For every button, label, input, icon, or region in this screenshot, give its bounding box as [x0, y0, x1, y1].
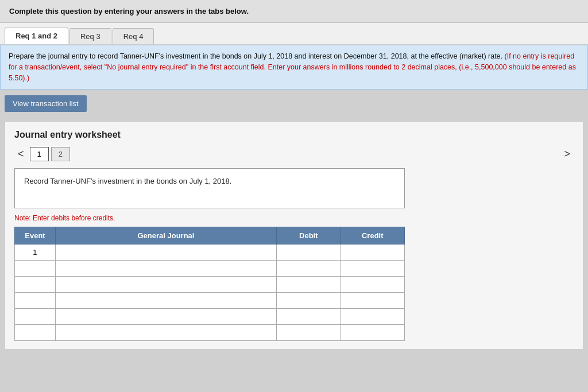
- worksheet-title: Journal entry worksheet: [14, 130, 574, 140]
- table-row: [15, 277, 405, 293]
- journal-input-1[interactable]: [56, 244, 276, 260]
- credit-cell-5[interactable]: [341, 309, 405, 325]
- debit-input-1[interactable]: [277, 244, 340, 260]
- table-row: 1: [15, 244, 405, 261]
- nav-row: < 1 2 >: [14, 147, 574, 161]
- prev-page-button[interactable]: <: [14, 147, 28, 161]
- worksheet-container: Journal entry worksheet < 1 2 > Record T…: [5, 121, 583, 350]
- event-cell-6: [15, 325, 56, 341]
- journal-cell-2[interactable]: [55, 261, 276, 277]
- debit-cell-3[interactable]: [277, 277, 341, 293]
- col-header-journal: General Journal: [55, 227, 276, 244]
- credit-cell-3[interactable]: [341, 277, 405, 293]
- journal-input-5[interactable]: [56, 309, 276, 324]
- credit-cell-1[interactable]: [341, 244, 405, 261]
- table-row: [15, 293, 405, 309]
- instruction-text: Complete this question by entering your …: [9, 7, 579, 15]
- credit-input-3[interactable]: [341, 277, 405, 292]
- event-cell-2: [15, 261, 56, 277]
- journal-input-4[interactable]: [56, 293, 276, 308]
- debit-input-6[interactable]: [277, 325, 340, 340]
- debit-cell-1[interactable]: [277, 244, 341, 261]
- event-cell-4: [15, 293, 56, 309]
- journal-cell-3[interactable]: [55, 277, 276, 293]
- debit-cell-4[interactable]: [277, 293, 341, 309]
- col-header-credit: Credit: [341, 227, 405, 244]
- info-box: Prepare the journal entry to record Tann…: [0, 45, 588, 90]
- credit-cell-4[interactable]: [341, 293, 405, 309]
- credit-input-1[interactable]: [341, 244, 405, 260]
- event-cell-1: 1: [15, 244, 56, 261]
- col-header-event: Event: [15, 227, 56, 244]
- debit-input-4[interactable]: [277, 293, 340, 308]
- table-row: [15, 261, 405, 277]
- table-row: [15, 325, 405, 341]
- record-description-text: Record Tanner-UNF's investment in the bo…: [24, 177, 231, 185]
- page-1-button[interactable]: 1: [30, 147, 49, 161]
- debit-cell-2[interactable]: [277, 261, 341, 277]
- event-cell-5: [15, 309, 56, 325]
- journal-cell-1[interactable]: [55, 244, 276, 261]
- debit-cell-6[interactable]: [277, 325, 341, 341]
- event-cell-3: [15, 277, 56, 293]
- debit-input-2[interactable]: [277, 261, 340, 276]
- note-text: Note: Enter debits before credits.: [14, 214, 574, 222]
- record-description-box: Record Tanner-UNF's investment in the bo…: [14, 168, 405, 208]
- debit-cell-5[interactable]: [277, 309, 341, 325]
- top-instruction-bar: Complete this question by entering your …: [0, 0, 588, 23]
- credit-cell-2[interactable]: [341, 261, 405, 277]
- journal-cell-5[interactable]: [55, 309, 276, 325]
- page-wrapper: Complete this question by entering your …: [0, 0, 588, 392]
- journal-input-3[interactable]: [56, 277, 276, 292]
- journal-cell-4[interactable]: [55, 293, 276, 309]
- tab-req-1-2[interactable]: Req 1 and 2: [5, 28, 68, 44]
- table-row: [15, 309, 405, 325]
- debit-input-3[interactable]: [277, 277, 340, 292]
- next-page-button[interactable]: >: [560, 147, 574, 161]
- credit-input-5[interactable]: [341, 309, 405, 324]
- credit-input-2[interactable]: [341, 261, 405, 276]
- col-header-debit: Debit: [277, 227, 341, 244]
- tab-req-3[interactable]: Req 3: [69, 28, 111, 44]
- info-black-text: Prepare the journal entry to record Tann…: [9, 52, 502, 60]
- credit-cell-6[interactable]: [341, 325, 405, 341]
- debit-input-5[interactable]: [277, 309, 340, 324]
- journal-input-2[interactable]: [56, 261, 276, 276]
- journal-input-6[interactable]: [56, 325, 276, 340]
- tabs-bar: Req 1 and 2 Req 3 Req 4: [0, 23, 588, 45]
- credit-input-6[interactable]: [341, 325, 405, 340]
- view-transaction-button[interactable]: View transaction list: [5, 95, 87, 112]
- credit-input-4[interactable]: [341, 293, 405, 308]
- tab-req-4[interactable]: Req 4: [113, 28, 154, 44]
- journal-cell-6[interactable]: [55, 325, 276, 341]
- page-2-button[interactable]: 2: [51, 147, 70, 161]
- journal-table: Event General Journal Debit Credit 1: [14, 227, 405, 341]
